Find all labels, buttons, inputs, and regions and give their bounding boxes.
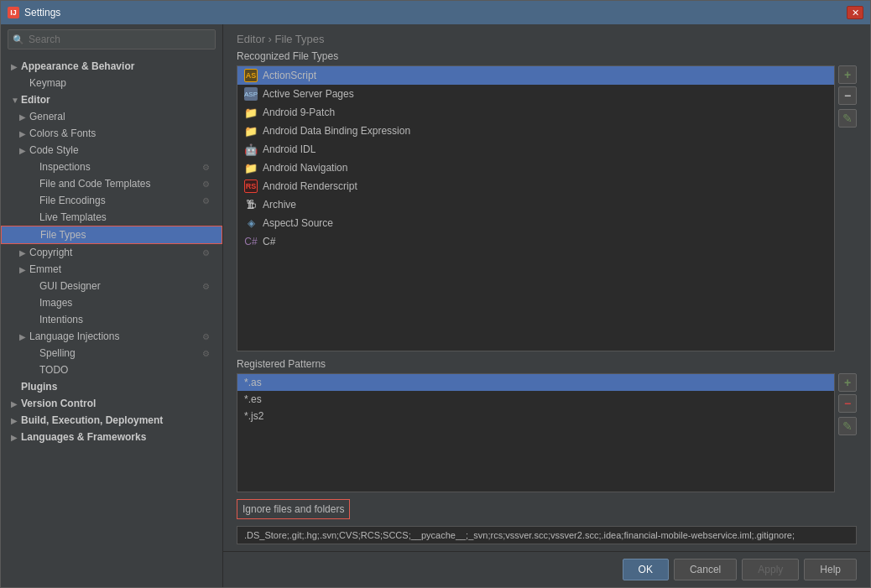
sidebar-item-languages-frameworks[interactable]: ▶ Languages & Frameworks [1, 429, 222, 445]
sidebar-item-language-injections[interactable]: ▶ Language Injections ⚙ [1, 328, 222, 345]
recognized-list[interactable]: AS ActionScript ASP Active Server Pages … [237, 65, 835, 351]
sidebar-item-label: Build, Execution, Deployment [21, 414, 216, 426]
sidebar-item-label: Code Style [29, 144, 216, 156]
list-item[interactable]: ASP Active Server Pages [237, 85, 834, 103]
list-item[interactable]: ◈ AspectJ Source [237, 214, 834, 232]
sidebar-item-label: Appearance & Behavior [21, 60, 216, 72]
settings-icon: ⚙ [202, 282, 216, 291]
ok-button[interactable]: OK [623, 559, 669, 580]
list-item[interactable]: 📁 Android Data Binding Expression [237, 122, 834, 140]
breadcrumb-current: File Types [275, 33, 325, 45]
aspectj-icon: ◈ [244, 216, 258, 230]
search-input[interactable] [8, 29, 216, 49]
title-bar-left: IJ Settings [8, 7, 60, 18]
sidebar-item-intentions[interactable]: Intentions [1, 311, 222, 328]
pattern-label: *.es [244, 393, 262, 405]
main-content: 🔍 ▶ Appearance & Behavior Keymap ▼ Edito… [1, 24, 870, 587]
sidebar-item-label: Language Injections [29, 330, 202, 342]
sidebar-item-label: Emmet [29, 263, 216, 275]
help-button[interactable]: Help [804, 559, 857, 580]
search-icon: 🔍 [13, 34, 24, 45]
sidebar-item-file-encodings[interactable]: File Encodings ⚙ [1, 192, 222, 209]
recognized-edit-button[interactable]: ✎ [838, 109, 857, 127]
registered-label: Registered Patterns [237, 358, 857, 370]
recognized-remove-button[interactable]: − [838, 86, 857, 105]
sidebar-item-general[interactable]: ▶ General [1, 108, 222, 125]
arrow-icon: ▶ [11, 62, 21, 71]
ignore-label: Ignore files and folders [237, 499, 350, 519]
breadcrumb: Editor › File Types [223, 24, 870, 50]
folder-icon: 📁 [244, 124, 258, 138]
sidebar-item-file-code-templates[interactable]: File and Code Templates ⚙ [1, 175, 222, 192]
sidebar-item-label: Inspections [39, 161, 202, 173]
sidebar-item-colors-fonts[interactable]: ▶ Colors & Fonts [1, 125, 222, 142]
registered-action-buttons: + − ✎ [838, 373, 857, 492]
pattern-label: *.js2 [244, 410, 263, 422]
pattern-item[interactable]: *.js2 [237, 408, 834, 424]
arrow-icon: ▶ [19, 248, 29, 258]
sidebar-item-gui-designer[interactable]: GUI Designer ⚙ [1, 278, 222, 294]
nav-tree: ▶ Appearance & Behavior Keymap ▼ Editor … [1, 55, 222, 587]
sidebar-item-copyright[interactable]: ▶ Copyright ⚙ [1, 244, 222, 261]
csharp-icon: C# [244, 235, 258, 248]
settings-icon: ⚙ [202, 248, 216, 258]
list-item-label: ActionScript [263, 70, 316, 81]
folder-icon: 📁 [244, 161, 258, 174]
registered-remove-button[interactable]: − [838, 394, 857, 413]
pattern-item[interactable]: *.es [237, 391, 834, 408]
archive-icon: 🗜 [244, 198, 258, 211]
list-item[interactable]: AS ActionScript [237, 66, 834, 85]
settings-window: IJ Settings ✕ 🔍 ▶ Appearance & Behavior … [0, 0, 871, 588]
sidebar-item-appearance[interactable]: ▶ Appearance & Behavior [1, 58, 222, 75]
sidebar-item-version-control[interactable]: ▶ Version Control [1, 395, 222, 412]
sidebar-item-live-templates[interactable]: Live Templates [1, 209, 222, 226]
sidebar-item-label: General [29, 111, 216, 122]
sidebar-item-keymap[interactable]: Keymap [1, 75, 222, 91]
registered-list-wrap: *.as *.es *.js2 + − ✎ [237, 373, 857, 492]
registered-section: Registered Patterns *.as *.es *.js2 [237, 358, 857, 492]
sidebar-item-label: Intentions [39, 314, 216, 325]
list-item-label: Android IDL [263, 143, 316, 155]
sidebar-item-label: TODO [39, 364, 216, 376]
apply-button[interactable]: Apply [742, 559, 799, 580]
cancel-button[interactable]: Cancel [674, 559, 737, 580]
recognized-add-button[interactable]: + [838, 65, 857, 84]
sidebar-item-label: Plugins [21, 381, 216, 393]
registered-list[interactable]: *.as *.es *.js2 [237, 373, 835, 492]
sidebar-item-editor[interactable]: ▼ Editor [1, 91, 222, 108]
arrow-icon: ▶ [19, 332, 29, 341]
recognized-list-inner: AS ActionScript ASP Active Server Pages … [237, 65, 835, 351]
sidebar-item-todo[interactable]: TODO [1, 362, 222, 378]
sidebar-item-build-execution[interactable]: ▶ Build, Execution, Deployment [1, 412, 222, 429]
asp-icon: ASP [244, 87, 258, 101]
list-item[interactable]: 📁 Android Navigation [237, 159, 834, 177]
pattern-item[interactable]: *.as [237, 374, 834, 391]
sidebar-item-file-types[interactable]: File Types [1, 226, 222, 244]
list-item-label: Android Data Binding Expression [263, 125, 410, 137]
settings-icon: ⚙ [202, 163, 216, 172]
rs-icon: RS [244, 180, 258, 193]
sidebar-item-inspections[interactable]: Inspections ⚙ [1, 159, 222, 175]
arrow-icon: ▶ [19, 112, 29, 122]
folder-icon: 📁 [244, 106, 258, 119]
sidebar-item-code-style[interactable]: ▶ Code Style [1, 142, 222, 159]
list-item[interactable]: 📁 Android 9-Patch [237, 103, 834, 122]
sidebar-item-label: Version Control [21, 398, 216, 409]
registered-edit-button[interactable]: ✎ [838, 417, 857, 435]
list-item-label: C# [263, 236, 275, 247]
list-item[interactable]: RS Android Renderscript [237, 177, 834, 195]
sidebar-item-images[interactable]: Images [1, 294, 222, 311]
list-item[interactable]: C# C# [237, 232, 834, 251]
main-panel: Editor › File Types Recognized File Type… [223, 24, 870, 587]
sidebar-item-plugins[interactable]: Plugins [1, 378, 222, 395]
list-item[interactable]: 🤖 Android IDL [237, 140, 834, 159]
sidebar-item-emmet[interactable]: ▶ Emmet [1, 261, 222, 278]
ignore-input[interactable] [237, 526, 857, 544]
sidebar-item-spelling[interactable]: Spelling ⚙ [1, 345, 222, 362]
list-item[interactable]: 🗜 Archive [237, 195, 834, 214]
close-button[interactable]: ✕ [847, 6, 863, 19]
ignore-label-wrap: Ignore files and folders [237, 499, 857, 523]
breadcrumb-parent: Editor [237, 33, 265, 45]
registered-add-button[interactable]: + [838, 373, 857, 392]
list-item-label: Android Navigation [263, 162, 347, 174]
